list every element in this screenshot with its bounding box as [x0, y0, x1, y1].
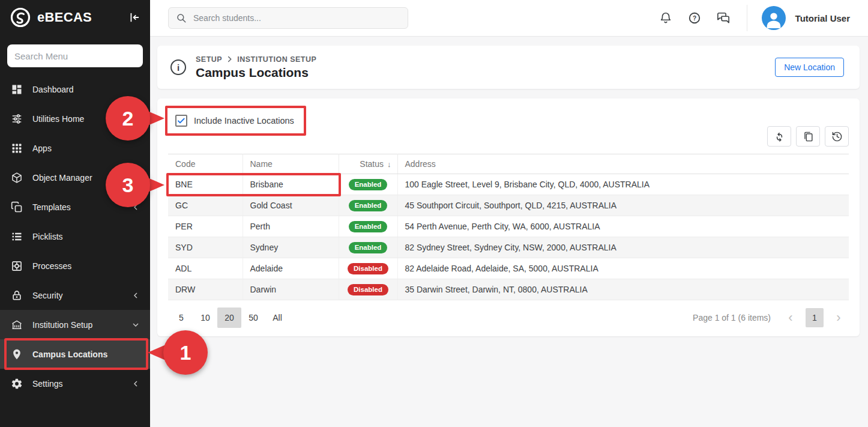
column-header-code[interactable]: Code: [168, 154, 243, 174]
search-icon: [176, 13, 187, 23]
table-row: DRWDarwinDisabled35 Darwin Street, Darwi…: [168, 279, 849, 300]
processes-icon: [11, 260, 23, 272]
topbar-divider: [747, 5, 747, 31]
address-cell: 54 Perth Avenue, Perth City, WA, 6000, A…: [397, 216, 849, 237]
page-title: Campus Locations: [196, 65, 316, 80]
chevron-left-icon: [131, 379, 140, 389]
table-toolbar: [767, 126, 849, 147]
gear-icon: [11, 378, 23, 390]
annotation-step-3: 3: [106, 163, 150, 207]
sidebar-header: eBECAS: [0, 0, 150, 35]
sidebar-item-campus-locations[interactable]: Campus Locations: [0, 339, 150, 369]
include-inactive-checkbox[interactable]: [175, 115, 187, 127]
page-1-button[interactable]: 1: [806, 308, 824, 327]
include-inactive-label: Include Inactive Locations: [194, 116, 294, 126]
location-code-link[interactable]: ADL: [168, 258, 243, 279]
sidebar-item-processes[interactable]: Processes: [0, 251, 150, 280]
page-size-20[interactable]: 20: [217, 307, 241, 328]
location-name-link[interactable]: Darwin: [243, 279, 339, 300]
picklists-icon: [11, 231, 23, 243]
include-inactive-toggle[interactable]: Include Inactive Locations: [170, 111, 299, 131]
status-cell: Enabled: [339, 216, 397, 237]
annotation-step-2: 2: [106, 96, 150, 141]
location-name-link[interactable]: Gold Coast: [243, 195, 339, 216]
page-size-all[interactable]: All: [265, 307, 289, 328]
status-cell: Enabled: [339, 237, 397, 258]
sidebar-item-label: Campus Locations: [32, 350, 107, 359]
next-page-button[interactable]: ›: [832, 311, 845, 324]
sidebar-item-settings[interactable]: Settings: [0, 369, 150, 398]
sidebar: eBECAS Dashboard Utilities Home Apps Obj…: [0, 0, 150, 427]
topbar-right: ? Tutorial User: [643, 5, 850, 31]
location-code-link[interactable]: GC: [168, 195, 243, 216]
chat-icon[interactable]: [717, 11, 730, 25]
sidebar-item-picklists[interactable]: Picklists: [0, 222, 150, 251]
utilities-icon: [11, 113, 23, 125]
help-icon[interactable]: ?: [688, 11, 701, 25]
breadcrumb-setup[interactable]: SETUP: [196, 55, 222, 64]
status-badge: Disabled: [348, 263, 388, 274]
chevron-right-icon: [225, 55, 234, 64]
main-content: i SETUP INSTITUTION SETUP Campus Locatio…: [150, 36, 868, 427]
pagination: 5102050All Page 1 of 1 (6 items) ‹ 1 ›: [168, 305, 849, 333]
breadcrumb-institution-setup[interactable]: INSTITUTION SETUP: [237, 55, 316, 64]
lock-icon: [11, 289, 23, 301]
user-profile[interactable]: Tutorial User: [762, 6, 850, 30]
check-icon: [176, 116, 186, 126]
menu-search-input[interactable]: [7, 44, 143, 67]
column-header-address[interactable]: Address: [397, 154, 849, 174]
refresh-button[interactable]: [767, 126, 791, 147]
student-search-input[interactable]: [192, 13, 400, 23]
table-header-row: Code Name Status↓ Address: [168, 154, 849, 174]
app-name: eBECAS: [37, 10, 92, 25]
history-button[interactable]: [825, 126, 849, 147]
export-button[interactable]: [796, 126, 820, 147]
user-name: Tutorial User: [795, 13, 850, 23]
table-row: PERPerthEnabled54 Perth Avenue, Perth Ci…: [168, 216, 849, 237]
location-code-link[interactable]: SYD: [168, 237, 243, 258]
svg-text:?: ?: [693, 15, 696, 22]
refresh-icon: [774, 131, 785, 142]
location-code-link[interactable]: DRW: [168, 279, 243, 300]
student-search: [168, 7, 408, 29]
sidebar-item-label: Processes: [32, 261, 71, 271]
collapse-sidebar-icon[interactable]: [127, 11, 140, 24]
breadcrumb: SETUP INSTITUTION SETUP: [196, 55, 316, 64]
sidebar-item-institution-setup[interactable]: Institution Setup: [0, 310, 150, 339]
notifications-bell-icon[interactable]: [659, 11, 672, 25]
status-badge: Enabled: [349, 242, 388, 253]
status-cell: Disabled: [339, 279, 397, 300]
locations-table: Code Name Status↓ Address BNEBrisbaneEna…: [168, 154, 849, 300]
sidebar-item-label: Institution Setup: [32, 320, 92, 330]
sidebar-item-label: Security: [32, 291, 63, 300]
location-code-link[interactable]: BNE: [168, 174, 243, 195]
annotation-step-1: 1: [163, 330, 208, 375]
page-size-10[interactable]: 10: [193, 307, 217, 328]
location-name-link[interactable]: Perth: [243, 216, 339, 237]
sidebar-item-label: Dashboard: [32, 85, 74, 94]
location-code-link[interactable]: PER: [168, 216, 243, 237]
locations-table-body: BNEBrisbaneEnabled100 Eagle Street, Leve…: [168, 174, 849, 300]
page-header-card: i SETUP INSTITUTION SETUP Campus Locatio…: [157, 46, 860, 89]
address-cell: 35 Darwin Street, Darwin, NT, 0800, AUST…: [397, 279, 849, 300]
location-name-link[interactable]: Sydney: [243, 237, 339, 258]
table-row: BNEBrisbaneEnabled100 Eagle Street, Leve…: [168, 174, 849, 195]
address-cell: 100 Eagle Street, Level 9, Brisbane City…: [397, 174, 849, 195]
sidebar-item-label: Apps: [32, 144, 52, 153]
page-size-50[interactable]: 50: [241, 307, 265, 328]
new-location-button[interactable]: New Location: [775, 58, 844, 77]
locations-card: Include Inactive Locations Code Name Sta…: [157, 98, 860, 336]
app-logo-icon: [10, 7, 31, 28]
location-name-link[interactable]: Adelaide: [243, 258, 339, 279]
prev-page-button[interactable]: ‹: [784, 311, 797, 324]
sidebar-item-security[interactable]: Security: [0, 280, 150, 310]
column-header-status[interactable]: Status↓: [339, 154, 397, 174]
status-badge: Enabled: [349, 221, 388, 232]
column-header-name[interactable]: Name: [243, 154, 339, 174]
location-name-link[interactable]: Brisbane: [243, 174, 339, 195]
chevron-down-icon: [131, 320, 140, 330]
history-icon: [831, 131, 843, 142]
page-size-5[interactable]: 5: [169, 307, 193, 328]
institution-setup-icon: [11, 319, 23, 331]
address-cell: 82 Adelaide Road, Adelaide, SA, 5000, AU…: [397, 258, 849, 279]
